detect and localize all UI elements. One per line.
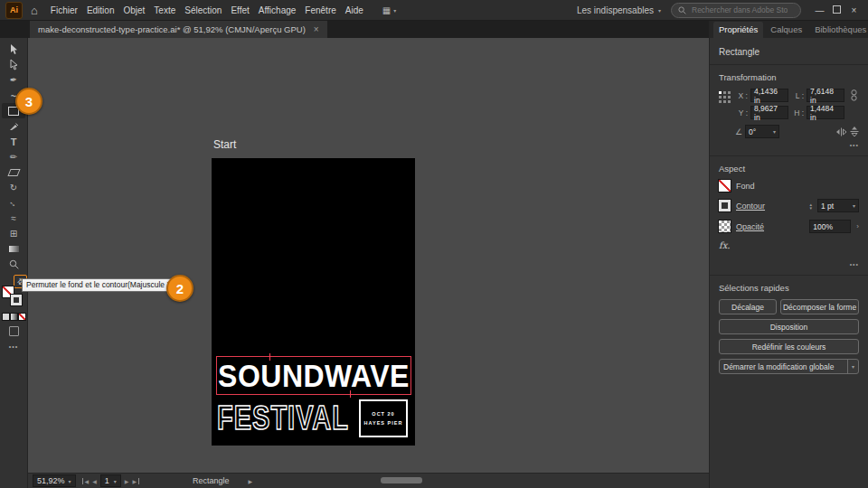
last-artboard-button[interactable]: ▶ <box>132 478 139 484</box>
previous-artboard-button[interactable]: ◀ <box>92 478 97 484</box>
minimize-button[interactable]: — <box>811 5 828 15</box>
opacity-swatch-icon[interactable] <box>719 221 731 232</box>
height-input[interactable]: 1,4484 in <box>807 106 844 119</box>
status-flyout-icon[interactable]: ▶ <box>249 478 253 484</box>
width-input[interactable]: 7,6148 in <box>807 89 844 102</box>
stroke-swatch[interactable] <box>11 295 22 305</box>
expand-shape-button[interactable]: Décomposer la forme <box>780 299 859 314</box>
rotation-angle-select[interactable]: 0° ▾ <box>745 125 779 138</box>
gradient-mode-button[interactable] <box>11 314 17 320</box>
eraser-tool[interactable] <box>2 164 25 180</box>
menu-selection[interactable]: Sélection <box>180 5 226 15</box>
document-tab[interactable]: make-deconstructed-type-practice.ai* @ 5… <box>30 20 327 38</box>
poster-title-selection: SOUNDWAVE <box>216 356 411 395</box>
shape-builder-tool[interactable]: ⊞ <box>2 226 25 241</box>
offset-button[interactable]: Décalage <box>719 299 777 314</box>
chevron-down-icon: ▾ <box>853 202 855 209</box>
workspace-label: Les indispensables <box>577 5 654 15</box>
type-tool[interactable]: T <box>2 134 25 149</box>
poster-date: OCT 20 <box>372 411 394 417</box>
appearance-more-options[interactable]: ••• <box>719 261 859 267</box>
none-mode-button[interactable] <box>19 314 25 320</box>
rotate-angle-icon: ∠ <box>735 127 742 136</box>
flip-horizontal-icon[interactable] <box>835 127 847 136</box>
pencil-tool-icon: ✏ <box>10 152 17 162</box>
home-icon[interactable]: ⌂ <box>31 4 38 17</box>
stroke-color-swatch[interactable] <box>719 200 731 211</box>
width-tool[interactable]: ≈ <box>2 211 25 226</box>
menu-texte[interactable]: Texte <box>149 5 180 15</box>
transform-more-options[interactable]: ••• <box>719 142 859 148</box>
artboard-number-select[interactable]: 1 ▾ <box>100 474 121 487</box>
close-button[interactable]: × <box>845 5 863 15</box>
stock-search <box>671 3 801 18</box>
x-input[interactable]: 4,1436 in <box>750 89 788 102</box>
menu-fichier[interactable]: Fichier <box>46 5 82 15</box>
y-input[interactable]: 8,9627 in <box>750 106 788 119</box>
draw-mode-button[interactable] <box>9 326 19 336</box>
stroke-panel-link[interactable]: Contour <box>736 202 765 211</box>
transform-section-title: Transformation <box>719 72 859 82</box>
direct-selection-tool[interactable] <box>2 57 25 72</box>
app-logo-icon: Ai <box>5 2 23 19</box>
illustrator-window: Ai ⌂ Fichier Edition Objet Texte Sélecti… <box>0 0 868 488</box>
panel-tabs: Propriétés Calques Bibliothèques <box>710 20 868 38</box>
start-global-edit-button[interactable]: Démarrer la modification globale ▾ <box>719 359 859 374</box>
chevron-down-icon: ▾ <box>658 7 661 14</box>
canvas-area[interactable]: Start SOUNDWAVE FESTIVAL OCT 20 HAYES PI… <box>28 38 709 473</box>
document-tab-bar: make-deconstructed-type-practice.ai* @ 5… <box>28 20 709 38</box>
edit-toolbar-button[interactable]: ••• <box>9 343 18 350</box>
zoom-value: 51,92% <box>37 476 65 485</box>
flip-vertical-icon[interactable] <box>850 126 859 137</box>
pen-tool[interactable]: ✒ <box>2 72 25 88</box>
menu-affichage[interactable]: Affichage <box>254 5 301 15</box>
recolor-button[interactable]: Redéfinir les couleurs <box>719 339 859 354</box>
artboard[interactable]: SOUNDWAVE FESTIVAL OCT 20 HAYES PIER <box>212 158 415 446</box>
search-input[interactable] <box>690 5 789 15</box>
tab-bibliotheques[interactable]: Bibliothèques <box>809 22 868 38</box>
stroke-weight-select[interactable]: 1 pt ▾ <box>817 199 859 212</box>
properties-panel: Propriétés Calques Bibliothèques Rectang… <box>709 20 868 488</box>
x-label: X : <box>735 91 748 100</box>
rotate-tool[interactable]: ↻ <box>2 180 25 195</box>
zoom-tool[interactable] <box>2 257 25 272</box>
menu-effet[interactable]: Effet <box>226 5 253 15</box>
window-controls: — × <box>811 5 863 15</box>
scale-tool[interactable]: ↔ <box>2 195 25 211</box>
horizontal-scrollbar-thumb[interactable] <box>381 477 422 483</box>
workspace-switcher[interactable]: Les indispensables ▾ <box>577 5 661 15</box>
chevron-right-icon[interactable]: › <box>856 222 859 230</box>
artboard-navigation: ◀ ◀ 1 ▾ ▶ ▶ <box>82 474 140 487</box>
stroke-weight-stepper[interactable]: ▴ ▾ <box>809 202 812 210</box>
fill-color-swatch[interactable] <box>719 180 731 192</box>
menu-objet[interactable]: Objet <box>118 5 149 15</box>
opacity-select[interactable]: 100% <box>809 220 851 233</box>
next-artboard-button[interactable]: ▶ <box>125 478 129 484</box>
tab-calques[interactable]: Calques <box>765 22 807 38</box>
paintbrush-tool[interactable] <box>2 118 25 134</box>
gradient-tool-icon <box>9 246 19 252</box>
menu-fenetre[interactable]: Fenêtre <box>300 5 340 15</box>
maximize-button[interactable] <box>828 5 845 15</box>
first-artboard-button[interactable]: ◀ <box>82 478 90 484</box>
menu-aide[interactable]: Aide <box>341 5 368 15</box>
global-edit-options[interactable]: ▾ <box>847 360 858 373</box>
gradient-tool[interactable] <box>2 241 25 257</box>
paintbrush-tool-icon <box>9 121 19 131</box>
fx-button[interactable]: fx. <box>719 240 731 250</box>
tab-close-icon[interactable]: × <box>314 24 319 34</box>
opacity-panel-link[interactable]: Opacité <box>736 222 764 231</box>
link-dimensions-icon[interactable] <box>849 89 859 101</box>
status-tool-name: Rectangle <box>193 476 230 485</box>
document-tab-title: make-deconstructed-type-practice.ai* @ 5… <box>38 24 306 34</box>
arrange-button[interactable]: Disposition <box>719 319 859 334</box>
reference-point-locator[interactable] <box>719 91 731 104</box>
menu-edition[interactable]: Edition <box>82 5 119 15</box>
color-mode-button[interactable] <box>3 314 9 320</box>
tab-proprietes[interactable]: Propriétés <box>713 22 763 38</box>
zoom-level-select[interactable]: 51,92% ▾ <box>33 474 76 487</box>
arrange-documents-button[interactable]: ▦ ▾ <box>382 5 396 15</box>
pencil-tool[interactable]: ✏ <box>2 149 25 164</box>
selection-tool[interactable] <box>2 42 25 57</box>
chevron-down-icon: ▾ <box>852 363 854 370</box>
